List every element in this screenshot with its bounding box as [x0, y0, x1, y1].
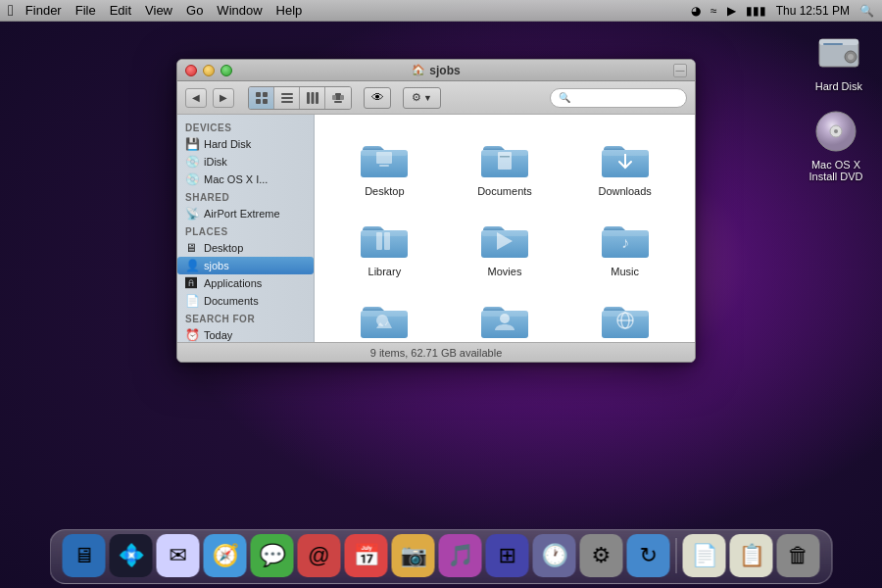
close-button[interactable]: [185, 65, 197, 76]
wifi-icon[interactable]: ≈: [710, 4, 717, 18]
dvd-icon[interactable]: Mac OS X Install DVD: [802, 108, 870, 182]
svg-rect-21: [334, 101, 342, 103]
finder-titlebar: 🏠 sjobs ―: [177, 60, 695, 81]
sidebar-item-applications[interactable]: 🅰Applications: [177, 274, 314, 292]
folder-movies[interactable]: Movies: [445, 205, 565, 285]
dock-item-safari[interactable]: 🧭: [204, 534, 247, 577]
desktop-icon: 🖥: [185, 241, 199, 255]
menu-edit[interactable]: Edit: [110, 3, 131, 18]
window-resize-button[interactable]: ―: [673, 64, 687, 77]
dock-item-systemprefs[interactable]: ⚙: [580, 534, 623, 577]
folder-documents[interactable]: Documents: [445, 124, 565, 205]
sidebar-item-label: iDisk: [204, 156, 227, 168]
folder-downloads[interactable]: Downloads: [564, 124, 685, 205]
finder-toolbar: ◀ ▶ 👁 ⚙ ▼ 🔍: [177, 81, 695, 115]
dock-item-preview[interactable]: 📄: [683, 534, 726, 577]
sidebar-item-label: Documents: [204, 295, 259, 307]
menubar-right: ◕ ≈ ▶ ▮▮▮ Thu 12:51 PM 🔍: [691, 4, 874, 18]
movies-folder-icon: [477, 213, 532, 262]
sidebar-item-label: Mac OS X I...: [204, 173, 268, 185]
sidebar-item-mac-os-x-i[interactable]: 💿Mac OS X I...: [177, 171, 314, 188]
sidebar-item-label: Hard Disk: [204, 138, 251, 150]
sidebar-item-label: Desktop: [204, 242, 243, 254]
dock-item-trash[interactable]: 🗑: [777, 534, 820, 577]
sidebar-item-desktop[interactable]: 🖥Desktop: [177, 239, 314, 257]
dock-item-iphoto[interactable]: 📷: [392, 534, 435, 577]
user-icon: 👤: [185, 259, 199, 272]
dock-item-timemachine[interactable]: 🕐: [533, 534, 576, 577]
svg-text:♪: ♪: [621, 234, 629, 251]
column-view-button[interactable]: [300, 87, 325, 109]
library-folder-icon: [357, 213, 412, 262]
sidebar-item-hard-disk[interactable]: 💾Hard Disk: [177, 135, 314, 153]
finder-statusbar: 9 items, 62.71 GB available: [177, 342, 695, 362]
sidebar-item-airport-extreme[interactable]: 📡AirPort Extreme: [177, 205, 314, 222]
action-button[interactable]: ⚙ ▼: [403, 87, 441, 109]
folder-desktop[interactable]: Desktop: [324, 124, 445, 205]
list-view-button[interactable]: [274, 87, 300, 109]
menu-finder[interactable]: Finder: [25, 3, 62, 18]
dock-item-finder[interactable]: 🖥: [63, 534, 106, 577]
dock-item-itunes[interactable]: 🎵: [439, 534, 482, 577]
eye-button[interactable]: 👁: [364, 87, 391, 109]
sidebar-item-documents[interactable]: 📄Documents: [177, 292, 314, 310]
dock-item-ichat[interactable]: 💬: [251, 534, 294, 577]
hard-disk-icon[interactable]: Hard Disk: [815, 29, 862, 92]
apple-menu[interactable]: : [8, 2, 14, 20]
airport-icon: 📡: [185, 207, 199, 220]
svg-rect-25: [379, 165, 389, 167]
volume-icon[interactable]: ▶: [727, 4, 736, 18]
dvd-label: Mac OS X Install DVD: [802, 159, 870, 182]
downloads-label: Downloads: [598, 185, 651, 197]
folder-music[interactable]: ♪ Music: [564, 205, 685, 285]
svg-rect-50: [602, 311, 649, 317]
dock-item-unknown1[interactable]: ↻: [627, 534, 670, 577]
svg-rect-12: [281, 93, 293, 95]
svg-rect-10: [256, 99, 261, 104]
sidebar-item-today[interactable]: ⏰Today: [177, 326, 314, 342]
dock-item-mail[interactable]: ✉: [157, 534, 200, 577]
folder-library[interactable]: Library: [324, 205, 445, 285]
menu-view[interactable]: View: [145, 3, 172, 18]
maximize-button[interactable]: [220, 65, 232, 76]
dock-item-exposé[interactable]: ⊞: [486, 534, 529, 577]
coverflow-view-button[interactable]: [325, 87, 351, 109]
svg-point-7: [834, 129, 838, 133]
spotlight-icon[interactable]: 🔍: [859, 4, 874, 18]
menu-help[interactable]: Help: [276, 3, 303, 18]
svg-rect-8: [256, 92, 261, 97]
dock-item-preview2[interactable]: 📋: [730, 534, 773, 577]
sidebar-item-label: sjobs: [204, 260, 229, 271]
search-box[interactable]: 🔍: [550, 88, 687, 108]
dock-item-dashboard[interactable]: 💠: [110, 534, 153, 577]
menu-go[interactable]: Go: [186, 3, 203, 18]
sidebar-item-idisk[interactable]: 💿iDisk: [177, 153, 314, 171]
back-button[interactable]: ◀: [185, 88, 207, 108]
icon-view-button[interactable]: [249, 87, 274, 109]
disk-icon: 💿: [185, 155, 199, 169]
minimize-button[interactable]: [203, 65, 215, 76]
bluetooth-icon[interactable]: ◕: [691, 4, 701, 18]
sidebar-item-sjobs[interactable]: 👤sjobs: [177, 257, 314, 274]
menu-window[interactable]: Window: [217, 3, 262, 18]
folder-sites[interactable]: Sites: [564, 285, 685, 342]
view-mode-buttons: [248, 86, 352, 110]
folder-pictures[interactable]: Pictures: [324, 285, 445, 342]
dock-separator: [676, 538, 677, 573]
dock-item-ical[interactable]: 📅: [345, 534, 388, 577]
dock-item-addressbook[interactable]: @: [298, 534, 341, 577]
svg-rect-19: [332, 95, 336, 100]
desktop-folder-icon: [357, 132, 412, 181]
menu-file[interactable]: File: [75, 3, 96, 18]
sidebar-item-label: AirPort Extreme: [204, 208, 280, 220]
forward-button[interactable]: ▶: [213, 88, 234, 108]
folder-public[interactable]: Public: [445, 285, 565, 342]
apps-icon: 🅰: [185, 276, 199, 290]
dvd-icon: 💿: [185, 172, 199, 186]
svg-rect-13: [281, 97, 293, 99]
dvd-image: [812, 108, 859, 155]
battery-icon[interactable]: ▮▮▮: [746, 4, 766, 18]
menubar:  Finder File Edit View Go Window Help ◕…: [0, 0, 882, 22]
clock: Thu 12:51 PM: [776, 4, 850, 18]
sidebar-section-places: PLACES: [177, 222, 314, 239]
